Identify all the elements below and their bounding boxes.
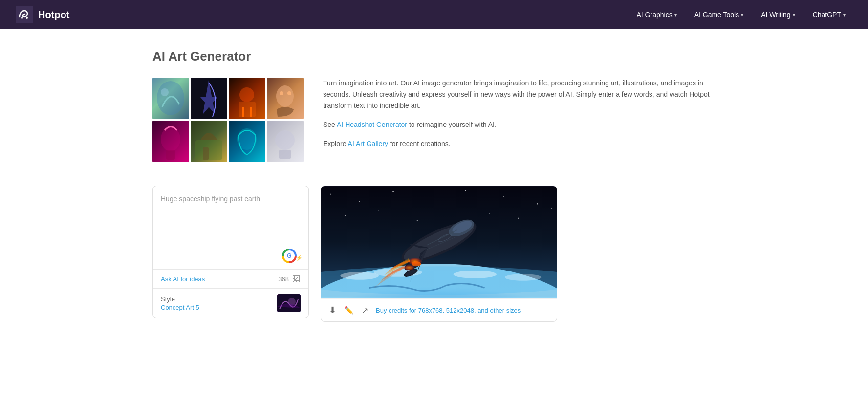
svg-rect-5 (239, 102, 256, 117)
svg-point-27 (503, 196, 504, 197)
svg-point-6 (239, 87, 254, 102)
bottom-section: Huge spaceship flying past earth G ⚡ Ask… (152, 186, 716, 322)
grid-cell-1 (152, 78, 189, 119)
chevron-down-icon: ▾ (741, 12, 743, 18)
image-icon: 🖼 (293, 274, 301, 283)
generated-image (321, 186, 557, 298)
nav-writing-label: AI Writing (761, 11, 790, 19)
grid-cell-4 (267, 78, 304, 119)
result-panel: ⬇ ✏️ ↗ Buy credits for 768x768, 512x2048… (321, 186, 557, 322)
result-actions: ⬇ ✏️ ↗ Buy credits for 768x768, 512x2048… (321, 298, 557, 321)
svg-point-34 (518, 218, 519, 219)
nav-item-game-tools[interactable]: AI Game Tools ▾ (688, 7, 751, 22)
svg-point-23 (359, 201, 360, 202)
description-text: Turn imagination into art. Our AI image … (323, 78, 716, 157)
svg-point-12 (161, 127, 180, 151)
svg-point-22 (330, 194, 331, 195)
buy-credits-link[interactable]: Buy credits for 768x768, 512x2048, and o… (376, 307, 521, 314)
grid-cell-7 (229, 121, 265, 162)
chevron-down-icon: ▾ (843, 12, 846, 18)
svg-point-11 (287, 91, 291, 95)
svg-rect-15 (203, 147, 209, 160)
gallery-link[interactable]: AI Art Gallery (348, 140, 388, 147)
prompt-input[interactable]: Huge spaceship flying past earth (161, 195, 260, 203)
svg-point-25 (427, 199, 428, 200)
grid-cell-2 (191, 78, 227, 119)
nav-item-writing[interactable]: AI Writing ▾ (754, 7, 802, 22)
svg-point-36 (321, 266, 557, 295)
style-label: Style (161, 295, 199, 303)
grid-cell-8 (267, 121, 304, 162)
svg-rect-14 (195, 140, 222, 160)
ask-ai-button[interactable]: Ask AI for ideas (161, 275, 205, 283)
svg-point-24 (392, 191, 393, 192)
headshot-link[interactable]: AI Headshot Generator (337, 121, 407, 128)
svg-point-1 (21, 17, 23, 19)
svg-point-29 (345, 215, 346, 216)
input-footer: Ask AI for ideas 368 🖼 (153, 269, 308, 288)
google-g-letter: G (284, 250, 295, 261)
edit-button[interactable]: ✏️ (344, 306, 354, 315)
lightning-icon: ⚡ (296, 255, 303, 261)
google-icon: G (282, 249, 297, 263)
svg-point-33 (551, 208, 552, 209)
svg-point-30 (378, 210, 379, 211)
svg-point-37 (340, 272, 379, 280)
grid-cell-5 (152, 121, 189, 162)
svg-point-3 (157, 81, 184, 115)
top-section: Turn imagination into art. Our AI image … (152, 78, 716, 162)
char-counter: 368 (278, 275, 289, 283)
svg-rect-18 (279, 150, 291, 159)
share-button[interactable]: ↗ (362, 306, 368, 315)
logo-icon (16, 6, 33, 23)
svg-point-39 (454, 271, 497, 278)
nav-graphics-label: AI Graphics (637, 11, 673, 19)
svg-point-26 (465, 190, 466, 191)
style-value[interactable]: Concept Art 5 (161, 304, 199, 311)
style-row: Style Concept Art 5 (153, 288, 308, 318)
style-label-area: Style Concept Art 5 (161, 295, 199, 311)
counter-area: 368 🖼 (278, 274, 301, 283)
svg-point-2 (26, 17, 28, 19)
svg-point-4 (161, 88, 169, 96)
svg-point-32 (489, 213, 490, 213)
logo-area[interactable]: Hotpot (16, 6, 69, 23)
svg-point-53 (412, 261, 421, 266)
page-title: AI Art Generator (152, 49, 716, 64)
prompt-text-area[interactable]: Huge spaceship flying past earth G ⚡ (153, 186, 308, 269)
nav-item-chatgpt[interactable]: ChatGPT ▾ (806, 7, 852, 22)
logo-text: Hotpot (38, 9, 69, 21)
svg-point-28 (537, 203, 538, 204)
svg-point-17 (275, 130, 295, 150)
nav-game-tools-label: AI Game Tools (694, 11, 739, 19)
main-nav: AI Graphics ▾ AI Game Tools ▾ AI Writing… (630, 7, 853, 22)
input-panel: Huge spaceship flying past earth G ⚡ Ask… (152, 186, 309, 318)
download-button[interactable]: ⬇ (329, 305, 336, 315)
nav-item-graphics[interactable]: AI Graphics ▾ (630, 7, 684, 22)
google-badge-area: G ⚡ (282, 249, 303, 263)
grid-cell-6 (191, 121, 227, 162)
svg-point-40 (505, 274, 542, 281)
spaceship-scene (321, 186, 557, 298)
nav-chatgpt-label: ChatGPT (813, 11, 841, 19)
chevron-down-icon: ▾ (674, 12, 677, 18)
svg-point-10 (280, 91, 283, 95)
art-preview-grid (152, 78, 304, 162)
chevron-down-icon: ▾ (793, 12, 795, 18)
svg-point-9 (276, 85, 294, 107)
style-thumbnail[interactable] (277, 294, 301, 312)
svg-point-31 (417, 220, 418, 221)
grid-cell-3 (229, 78, 265, 119)
svg-rect-13 (166, 150, 175, 160)
